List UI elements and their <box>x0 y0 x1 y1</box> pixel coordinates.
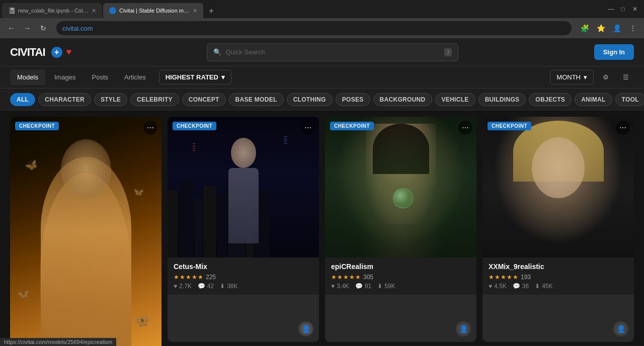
filter-poses[interactable]: POSES <box>336 93 370 106</box>
profile-button[interactable]: 👤 <box>610 21 624 35</box>
rating-cetus: 225 <box>206 274 216 281</box>
card-info-xxmix: XXMix_9realistic ★★★★★ 193 ♥ 4.5K 💬 36 ⬇… <box>482 257 634 295</box>
card-avatar-xxmix: 👤 <box>613 321 629 337</box>
filter-button[interactable]: ⚙ <box>598 69 614 85</box>
nav-tabs: Models Images Posts Articles HIGHEST RAT… <box>0 66 644 89</box>
tab1-title: new_colab_file.ipynb - Collabora... <box>18 8 89 14</box>
period-button[interactable]: MONTH ▾ <box>550 70 594 84</box>
cards-grid: 🦋 🦋 🦋 🦋 CHECKPOINT ⋯ 👤 DreamShaper ★★★★★… <box>0 111 644 346</box>
filter-background[interactable]: BACKGROUND <box>373 93 432 106</box>
stat-comments-xxmix: 💬 36 <box>513 283 529 290</box>
filter-base-model[interactable]: BASE MODEL <box>229 93 284 106</box>
sign-in-button[interactable]: Sign In <box>594 44 634 60</box>
browser-controls: ← → ↻ civitai.com 🧩 ⭐ 👤 ⋮ <box>0 18 644 38</box>
tab-posts[interactable]: Posts <box>85 69 116 85</box>
stat-likes-cetus: ♥ 2.7K <box>174 283 192 290</box>
more-button[interactable]: ⋮ <box>626 21 640 35</box>
card-epicrealism[interactable]: CHECKPOINT ⋯ 👤 epiCRealism ★★★★★ 305 ♥ 3… <box>325 117 476 342</box>
filter-tool[interactable]: TOOL <box>615 93 644 106</box>
rating-xxmix: 193 <box>521 274 531 281</box>
filter-bar: ALL CHARACTER STYLE CELEBRITY CONCEPT BA… <box>0 89 644 111</box>
stat-comments-cetus: 💬 42 <box>198 283 214 290</box>
filter-style[interactable]: STYLE <box>94 93 127 106</box>
filter-celebrity[interactable]: CELEBRITY <box>130 93 179 106</box>
stat-downloads-cetus: ⬇ 38K <box>220 283 237 290</box>
card-badge-epicrealism: CHECKPOINT <box>330 122 374 130</box>
layout-icon: ☰ <box>623 73 629 81</box>
tab1-close[interactable]: ✕ <box>92 8 96 14</box>
butterfly-icon-3: 🦋 <box>134 314 149 328</box>
tab2-favicon <box>109 7 116 14</box>
filter-animal[interactable]: ANIMAL <box>575 93 612 106</box>
filter-clothing[interactable]: CLOTHING <box>287 93 333 106</box>
period-chevron-icon: ▾ <box>584 73 587 81</box>
card-dreamshaper[interactable]: 🦋 🦋 🦋 🦋 CHECKPOINT ⋯ 👤 DreamShaper ★★★★★… <box>10 117 162 346</box>
tab-articles[interactable]: Articles <box>117 69 153 85</box>
filter-vehicle[interactable]: VEHICLE <box>435 93 475 106</box>
card-stats-cetus: ♥ 2.7K 💬 42 ⬇ 38K <box>174 283 313 290</box>
rating-epicrealism: 305 <box>363 274 373 281</box>
stat-likes-xxmix: ♥ 4.5K <box>489 283 507 290</box>
bookmark-button[interactable]: ⭐ <box>594 21 608 35</box>
status-bar: https://civitai.com/models/25694/epicrea… <box>0 338 116 346</box>
extensions-button[interactable]: 🧩 <box>578 21 592 35</box>
sort-label: HIGHEST RATED <box>166 73 218 81</box>
tab-images[interactable]: Images <box>47 69 83 85</box>
filter-all[interactable]: ALL <box>10 93 35 106</box>
card-info-cetus: Cetus-Mix ★★★★★ 225 ♥ 2.7K 💬 42 ⬇ 38K <box>168 257 319 295</box>
layout-button[interactable]: ☰ <box>618 69 634 85</box>
sort-chevron-icon: ▾ <box>221 73 225 81</box>
card-stars-epicrealism: ★★★★★ 305 <box>331 274 470 281</box>
site-header: CIVITAI + ♥ 🔍 Quick Search / Sign In <box>0 38 644 66</box>
card-badge-cetus: CHECKPOINT <box>173 122 216 130</box>
search-placeholder: Quick Search <box>225 48 265 56</box>
card-menu-cetus[interactable]: ⋯ <box>301 121 315 135</box>
filter-concept[interactable]: CONCEPT <box>182 93 226 106</box>
new-tab-button[interactable]: + <box>204 4 218 18</box>
forward-button[interactable]: → <box>20 21 34 35</box>
tab-models[interactable]: Models <box>10 69 45 85</box>
card-menu-epicrealism[interactable]: ⋯ <box>458 121 472 135</box>
minimize-button[interactable]: — <box>606 4 616 14</box>
favorites-button[interactable]: ♥ <box>66 47 72 57</box>
tab2-title: Civitai | Stable Diffusion models... <box>119 8 190 14</box>
card-title-xxmix: XXMix_9realistic <box>489 263 628 271</box>
browser-tab-2[interactable]: Civitai | Stable Diffusion models... ✕ <box>103 3 203 18</box>
card-badge-xxmix: CHECKPOINT <box>488 122 531 130</box>
address-text: civitai.com <box>62 25 93 32</box>
add-model-button[interactable]: + <box>51 47 62 58</box>
period-label: MONTH <box>556 73 581 81</box>
card-menu-dreamshaper[interactable]: ⋯ <box>143 121 157 135</box>
maximize-button[interactable]: □ <box>618 4 628 14</box>
browser-chrome: 📓 new_colab_file.ipynb - Collabora... ✕ … <box>0 0 644 38</box>
filter-objects[interactable]: OBJECTS <box>529 93 572 106</box>
card-stats-xxmix: ♥ 4.5K 💬 36 ⬇ 45K <box>489 283 628 290</box>
card-stars-cetus: ★★★★★ 225 <box>174 274 313 281</box>
card-title-cetus: Cetus-Mix <box>174 263 313 271</box>
status-url: https://civitai.com/models/25694/epicrea… <box>4 339 112 345</box>
card-badge-dreamshaper: CHECKPOINT <box>15 122 59 130</box>
back-button[interactable]: ← <box>4 21 18 35</box>
tab2-close[interactable]: ✕ <box>193 8 197 14</box>
butterfly-icon-4: 🦋 <box>18 289 29 300</box>
close-window-button[interactable]: ✕ <box>630 4 640 14</box>
address-bar[interactable]: civitai.com <box>56 21 572 35</box>
refresh-button[interactable]: ↻ <box>36 21 50 35</box>
search-icon: 🔍 <box>213 48 221 56</box>
sort-button[interactable]: HIGHEST RATED ▾ <box>159 70 231 84</box>
stars-cetus: ★★★★★ <box>174 274 204 281</box>
browser-tab-1[interactable]: 📓 new_colab_file.ipynb - Collabora... ✕ <box>2 3 102 18</box>
card-xxmix[interactable]: CHECKPOINT ⋯ 👤 XXMix_9realistic ★★★★★ 19… <box>482 117 634 342</box>
butterfly-icon-2: 🦋 <box>132 186 144 198</box>
site-logo: CIVITAI <box>10 46 45 59</box>
card-cetus-mix[interactable]: I I I I | | | | CHECKPOINT ⋯ 👤 Cetus-Mix… <box>168 117 319 342</box>
filter-buildings[interactable]: BUILDINGS <box>478 93 526 106</box>
stars-epicrealism: ★★★★★ <box>331 274 361 281</box>
filter-character[interactable]: CHARACTER <box>38 93 91 106</box>
stat-downloads-epicrealism: ⬇ 59K <box>377 283 395 290</box>
browser-actions: 🧩 ⭐ 👤 ⋮ <box>578 21 640 35</box>
stat-likes-epicrealism: ♥ 3.4K <box>331 283 349 290</box>
filter-icon: ⚙ <box>603 73 609 81</box>
card-menu-xxmix[interactable]: ⋯ <box>616 121 630 135</box>
search-bar[interactable]: 🔍 Quick Search / <box>207 43 458 61</box>
